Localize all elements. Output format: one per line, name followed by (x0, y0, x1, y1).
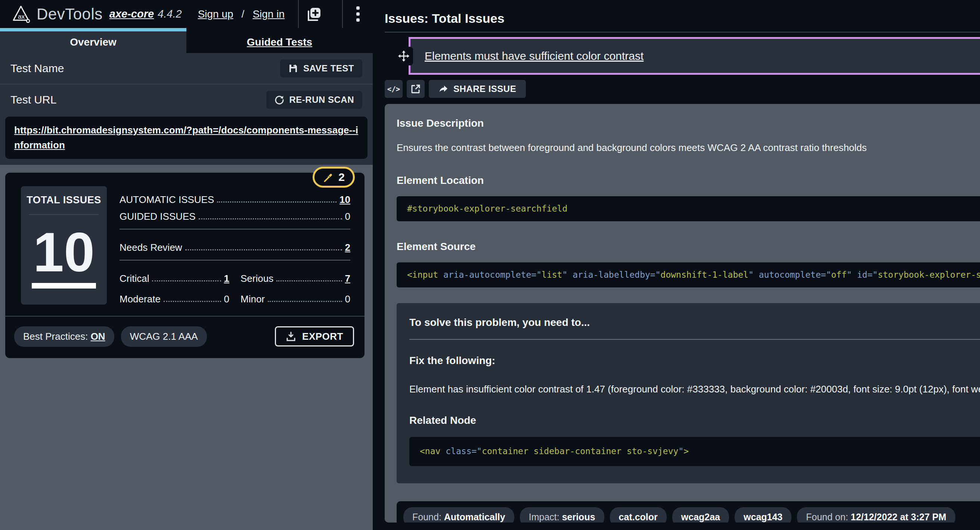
found-on-badge: Found on: 12/12/2022 at 3:27 PM (797, 507, 955, 522)
issue-rule-dropdown[interactable]: Elements must have sufficient color cont… (409, 37, 980, 75)
issue-description-text: Ensures the contrast between foreground … (397, 140, 980, 155)
issue-detail-panel: Issues: Total Issues 10 Elements must ha… (373, 0, 980, 530)
element-location-code: #storybook-explorer-searchfield (397, 196, 980, 221)
stat-critical: Critical 1 (119, 267, 229, 284)
solution-card: To solve this problem, you need to... Fi… (397, 303, 980, 483)
found-badge: Found: Automatically (403, 507, 514, 522)
test-section: Test Name SAVE TEST Test URL RE-RUN SCAN (0, 53, 373, 165)
issue-selector-wrap: Elements must have sufficient color cont… (385, 37, 980, 75)
left-panel: ax DevTools axe-core4.4.2 Sign up / Sign… (0, 0, 373, 530)
impact-badge: Impact: serious (520, 507, 604, 522)
external-link-icon (411, 84, 420, 94)
auth-separator: / (242, 8, 245, 20)
best-practices-state: ON (91, 331, 105, 342)
sign-in-link[interactable]: Sign in (253, 8, 285, 20)
summary-main: TOTAL ISSUES 10 AUTOMATIC ISSUES 10 GUID… (21, 186, 350, 305)
code-icon: </> (387, 85, 400, 93)
minor-count: 0 (345, 294, 350, 305)
stat-guided-issues: GUIDED ISSUES 0 (119, 205, 350, 222)
critical-count[interactable]: 1 (224, 273, 229, 284)
inspect-code-button[interactable]: </> (385, 80, 402, 98)
new-scan-button[interactable] (299, 0, 329, 28)
wcag143-badge: wcag143 (735, 507, 791, 522)
save-test-button[interactable]: SAVE TEST (280, 59, 362, 77)
test-url-row: Test URL RE-RUN SCAN (5, 85, 368, 115)
engine-version: axe-core4.4.2 (110, 8, 182, 20)
guided-issues-count: 0 (345, 211, 350, 222)
svg-text:ax: ax (18, 13, 25, 20)
related-node-heading: Related Node (409, 415, 980, 426)
needs-review-count[interactable]: 2 (345, 242, 350, 253)
total-issues-label: TOTAL ISSUES (27, 194, 101, 206)
app-title: DevTools (37, 5, 103, 23)
eyedropper-icon (323, 172, 333, 182)
wcag-level-badge: WCAG 2.1 AAA (121, 326, 207, 347)
tab-guided-tests[interactable]: Guided Tests (186, 28, 373, 53)
summary-footer: Best Practices: ON WCAG 2.1 AAA EXPORT (5, 316, 364, 358)
fix-text: Element has insufficient color contrast … (409, 380, 980, 398)
issue-rule-title[interactable]: Elements must have sufficient color cont… (425, 50, 643, 62)
stats-divider (119, 260, 350, 260)
app-header: ax DevTools axe-core4.4.2 Sign up / Sign… (0, 0, 373, 28)
issue-stats: AUTOMATIC ISSUES 10 GUIDED ISSUES 0 Need… (107, 186, 350, 305)
axe-logo-icon: ax (11, 5, 30, 24)
element-location-heading: Element Location (397, 174, 980, 187)
issue-description-heading: Issue Description (397, 117, 980, 129)
export-button[interactable]: EXPORT (275, 326, 354, 346)
open-external-button[interactable] (407, 80, 425, 98)
stat-serious: Serious 7 (240, 267, 350, 284)
fix-heading: Fix the following: (409, 355, 980, 367)
total-issues-value: 10 (32, 221, 96, 289)
solution-divider (409, 339, 980, 340)
refresh-icon (275, 95, 284, 105)
test-name-label: Test Name (10, 62, 64, 75)
stat-automatic-issues: AUTOMATIC ISSUES 10 (119, 188, 350, 205)
issue-meta-bar: Found: Automatically Impact: serious cat… (397, 501, 980, 522)
wcag2aa-badge: wcag2aa (672, 507, 729, 522)
stat-moderate: Moderate 0 (119, 288, 229, 305)
moderate-count: 0 (224, 294, 229, 305)
header-rule (385, 32, 980, 32)
tab-overview[interactable]: Overview (0, 28, 186, 53)
issues-title: Issues: Total Issues (385, 11, 504, 26)
share-issue-button[interactable]: SHARE ISSUE (429, 80, 526, 98)
total-issues-box: TOTAL ISSUES 10 (21, 186, 107, 305)
options-menu-button[interactable] (343, 0, 373, 28)
download-icon (286, 331, 296, 342)
sign-up-link[interactable]: Sign up (198, 8, 234, 20)
related-node-code: <nav class="container sidebar-container … (420, 444, 980, 458)
move-icon (398, 50, 410, 62)
window-plus-icon (305, 6, 322, 22)
kebab-icon (356, 6, 360, 22)
tabs: Overview Guided Tests (0, 28, 373, 53)
test-url-label: Test URL (10, 93, 56, 106)
stat-minor: Minor 0 (240, 288, 350, 305)
summary-card: 2 TOTAL ISSUES 10 AUTOMATIC ISSUES 10 GU… (5, 173, 364, 358)
related-node-block: <nav class="container sidebar-container … (409, 437, 980, 466)
best-practices-toggle[interactable]: Best Practices: ON (14, 326, 114, 347)
rerun-scan-button[interactable]: RE-RUN SCAN (266, 91, 363, 109)
test-url-box: https://bit.chromadesignsystem.com/?path… (5, 117, 368, 159)
test-url-link[interactable]: https://bit.chromadesignsystem.com/?path… (14, 125, 358, 151)
test-name-row: Test Name SAVE TEST (5, 53, 368, 84)
serious-count[interactable]: 7 (345, 273, 350, 284)
stats-divider (119, 229, 350, 230)
highlight-count-badge[interactable]: 2 (313, 167, 355, 188)
element-source-code: <input aria-autocomplete="list" aria-lab… (397, 262, 980, 287)
move-panel-button[interactable] (395, 47, 413, 65)
solution-heading: To solve this problem, you need to... (409, 316, 980, 329)
issues-header: Issues: Total Issues 10 (385, 11, 980, 26)
category-badge: cat.color (610, 507, 667, 522)
share-arrow-icon (439, 84, 448, 94)
stat-needs-review: Needs Review 2 (119, 236, 350, 253)
left-body: 2 TOTAL ISSUES 10 AUTOMATIC ISSUES 10 GU… (0, 165, 373, 530)
floppy-icon (288, 64, 298, 73)
issue-toolbar: </> SHARE ISSUE « ‹ 1 of 9 › » (385, 80, 980, 98)
automatic-issues-count[interactable]: 10 (339, 194, 350, 205)
issue-content: Issue Description Ensures the contrast b… (385, 104, 980, 522)
element-source-heading: Element Source (397, 241, 980, 253)
